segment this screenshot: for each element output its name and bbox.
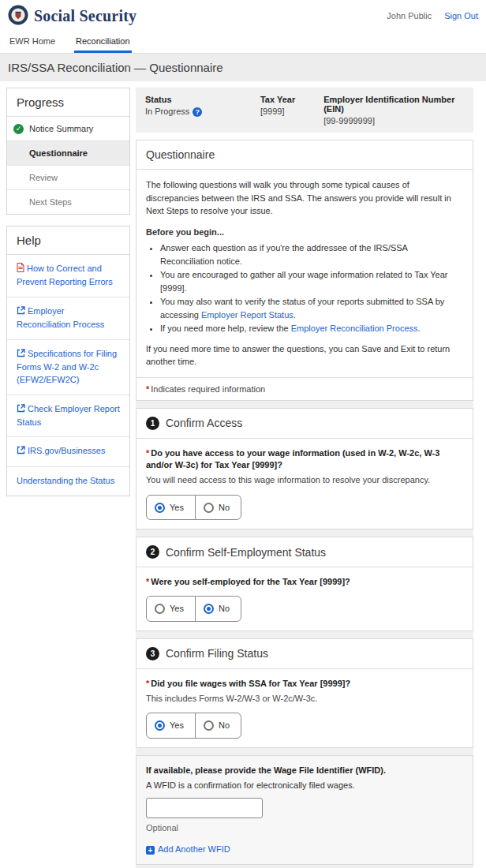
question-number-badge: 1 (146, 417, 159, 430)
radio-yes[interactable]: Yes (147, 713, 195, 738)
bullet-item: Answer each question as if you're the ad… (160, 241, 463, 268)
radio-icon (204, 604, 214, 614)
help-link-reconciliation-process: Employer Reconciliation Process (7, 297, 129, 340)
question-number-badge: 3 (146, 647, 159, 660)
brand-name: Social Security (34, 7, 136, 25)
before-you-begin-list: Answer each question as if you're the ad… (146, 241, 463, 335)
question-text: *Do you have access to your wage informa… (146, 447, 463, 473)
nav-item-reconciliation[interactable]: Reconciliation (74, 31, 131, 53)
ein-label: Employer Identification Number (EIN) (323, 95, 464, 114)
questionnaire-panel: Questionnaire The following questions wi… (136, 140, 473, 868)
pdf-icon (17, 263, 24, 276)
sidebar: Progress ✓ Notice Summary Questionnaire … (6, 88, 130, 507)
content-area: Progress ✓ Notice Summary Questionnaire … (0, 81, 486, 868)
status-help-icon[interactable]: ? (193, 107, 202, 117)
intro-title: Questionnaire (136, 140, 473, 170)
question-card-2: 2Confirm Self-Employment Status *Were yo… (136, 537, 473, 630)
question-subtext: This includes Forms W-2/W-3 or W-2c/W-3c… (146, 692, 463, 705)
question-subtext: You will need access to this wage inform… (146, 473, 463, 487)
intro-card: Questionnaire The following questions wi… (136, 140, 473, 401)
yes-no-radio-group: Yes No (146, 596, 241, 622)
question-text: *Were you self-employed for the Tax Year… (146, 576, 463, 589)
user-name: John Public (387, 11, 432, 21)
help-link-correct-errors: How to Correct and Prevent Reporting Err… (7, 255, 129, 297)
ein-value: [99-9999999] (323, 116, 464, 125)
wfid-card: If available, please provide the Wage Fi… (136, 755, 473, 865)
tax-year-label: Tax Year (260, 95, 323, 104)
question-title: Confirm Filing Status (166, 647, 268, 660)
intro-closing: If you need more time to answer the ques… (146, 342, 463, 369)
app-header: Social Security John Public Sign Out (0, 0, 486, 31)
radio-no[interactable]: No (195, 713, 241, 738)
progress-item-questionnaire[interactable]: Questionnaire (7, 141, 129, 166)
radio-no[interactable]: No (195, 496, 241, 520)
external-link-icon (17, 404, 25, 417)
page-title: IRS/SSA Reconciliation — Questionnaire (0, 54, 486, 81)
yes-no-radio-group: Yes No (146, 713, 241, 739)
intro-paragraph: The following questions will walk you th… (146, 178, 463, 218)
tax-year-value: [9999] (260, 107, 323, 116)
yes-no-radio-group: Yes No (146, 495, 241, 521)
progress-item-review: Review (7, 166, 129, 190)
question-number-badge: 2 (146, 545, 159, 559)
main-column: Status In Progress? Tax Year [9999] Empl… (136, 88, 473, 868)
bullet-item: You are encouraged to gather all your wa… (160, 268, 463, 294)
external-link-icon (17, 306, 25, 319)
top-nav: EWR Home Reconciliation (0, 31, 486, 54)
help-link-check-report-status: Check Employer Report Status (7, 395, 129, 438)
radio-yes[interactable]: Yes (147, 597, 195, 621)
question-title: Confirm Self-Employment Status (166, 546, 326, 559)
question-card-3: 3Confirm Filing Status *Did you file wag… (136, 638, 473, 748)
employer-report-status-link[interactable]: Employer Report Status (201, 310, 293, 320)
wfid-label: If available, please provide the Wage Fi… (146, 765, 463, 777)
bullet-item: You may also want to verify the status o… (160, 295, 463, 321)
help-link-understanding-status: Understanding the Status (7, 467, 129, 496)
help-panel: Help How to Correct and Prevent Reportin… (6, 226, 130, 496)
employer-reconciliation-process-link[interactable]: Employer Reconciliation Process (291, 324, 418, 333)
plus-icon: + (146, 846, 155, 855)
external-link-icon (17, 349, 25, 361)
external-link-icon (17, 446, 25, 458)
question-card-1: 1Confirm Access *Do you have access to y… (136, 408, 473, 530)
brand: Social Security (8, 5, 136, 27)
check-icon: ✓ (13, 124, 24, 134)
question-text: *Did you file wages with SSA for Tax Yea… (146, 678, 463, 690)
add-another-wfid-link[interactable]: +Add Another WFID (146, 844, 230, 854)
help-link-specifications: Specifications for Filing Forms W-2 and … (7, 340, 129, 395)
help-title: Help (7, 226, 129, 255)
wfid-input[interactable] (146, 798, 263, 818)
radio-icon (204, 503, 214, 513)
radio-icon (155, 503, 165, 513)
progress-item-next-steps: Next Steps (7, 190, 129, 214)
help-link-irs-businesses: IRS.gov/Businesses (7, 437, 129, 467)
status-label: Status (145, 95, 260, 104)
progress-title: Progress (7, 88, 129, 117)
bullet-item: If you need more help, review the Employ… (160, 322, 463, 335)
sign-out-link[interactable]: Sign Out (444, 11, 478, 21)
question-title: Confirm Access (166, 417, 242, 429)
required-note: *Indicates required information (136, 377, 473, 400)
wfid-help-text: A WFID is a confirmation for electronica… (146, 779, 463, 792)
radio-icon (155, 720, 165, 731)
nav-item-ewr-home[interactable]: EWR Home (8, 31, 57, 53)
radio-icon (204, 720, 214, 731)
status-value: In Progress? (145, 107, 260, 117)
radio-yes[interactable]: Yes (147, 496, 195, 520)
progress-panel: Progress ✓ Notice Summary Questionnaire … (6, 88, 130, 215)
progress-item-notice-summary[interactable]: ✓ Notice Summary (7, 117, 129, 141)
wfid-optional-label: Optional (146, 821, 463, 835)
radio-icon (155, 604, 165, 614)
before-you-begin-title: Before you begin... (146, 226, 463, 239)
radio-no[interactable]: No (195, 597, 241, 621)
status-bar: Status In Progress? Tax Year [9999] Empl… (136, 88, 473, 133)
ssa-seal-icon (8, 5, 28, 27)
